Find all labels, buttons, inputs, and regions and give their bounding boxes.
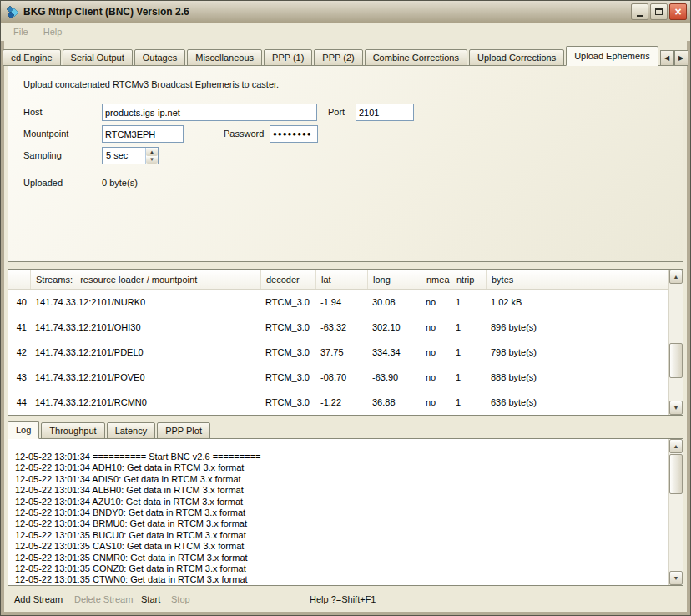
cell-bytes: 888 byte(s) [486, 365, 683, 390]
cell-decoder: RTCM_3.0 [260, 290, 315, 315]
tab-miscellaneous[interactable]: Miscellaneous [187, 49, 262, 66]
row-number: 44 [8, 390, 30, 415]
stream-row[interactable]: 41 141.74.33.12:2101/OHI30 RTCM_3.0 -63.… [8, 315, 683, 340]
tab-latency[interactable]: Latency [107, 422, 156, 439]
header-nmea: nmea [421, 270, 451, 289]
minimize-icon [637, 15, 643, 17]
header-decoder: decoder [260, 270, 315, 289]
tab-scroll-left-button[interactable]: ◀ [660, 50, 674, 66]
tab-scroll-right-icon: ▶ [678, 54, 683, 62]
cell-source: 141.74.33.12:2101/POVE0 [30, 365, 260, 390]
tab-upload-corrections[interactable]: Upload Corrections [469, 49, 564, 66]
tab-serial-output[interactable]: Serial Output [63, 49, 133, 66]
port-input[interactable] [356, 104, 414, 121]
header-lat: lat [315, 270, 367, 289]
cell-bytes: 798 byte(s) [486, 340, 683, 365]
cell-source: 141.74.33.12:2101/NURK0 [30, 290, 260, 315]
log-line: 12-05-22 13:01:34 BRMU0: Get data in RTC… [15, 518, 666, 529]
maximize-button[interactable] [650, 3, 668, 20]
cell-source: 141.74.33.12:2101/RCMN0 [30, 390, 260, 415]
scroll-down-button[interactable]: ▼ [669, 571, 683, 585]
tab-scroll-left-icon: ◀ [664, 54, 669, 62]
stream-row[interactable]: 42 141.74.33.12:2101/PDEL0 RTCM_3.0 37.7… [8, 340, 683, 365]
host-input[interactable] [102, 104, 317, 121]
output-tabstrip: Log Throughput Latency PPP Plot [8, 421, 683, 439]
log-line: 12-05-22 13:01:34 ADIS0: Get data in RTC… [15, 474, 666, 485]
tab-ppp-2[interactable]: PPP (2) [314, 49, 362, 66]
row-number: 40 [8, 290, 30, 315]
scrollbar-thumb[interactable] [669, 343, 683, 378]
streams-header-row: Streams: resource loader / mountpoint de… [8, 270, 683, 290]
scroll-up-button[interactable]: ▲ [669, 270, 683, 284]
delete-stream-button: Delete Stream [74, 594, 133, 604]
stream-row[interactable]: 44 141.74.33.12:2101/RCMN0 RTCM_3.0 -1.2… [8, 390, 683, 415]
password-input[interactable] [270, 125, 318, 143]
sampling-up-button[interactable]: ▲ [146, 148, 158, 156]
cell-source: 141.74.33.12:2101/OHI30 [30, 315, 260, 340]
header-bytes: bytes [486, 270, 683, 289]
cell-ntrip: 1 [451, 390, 486, 415]
tab-log[interactable]: Log [8, 421, 39, 439]
tab-ppp-plot[interactable]: PPP Plot [157, 422, 210, 439]
scroll-down-button[interactable]: ▼ [669, 401, 683, 415]
app-window: BKG Ntrip Client (BNC) Version 2.6 × Fil… [0, 0, 691, 616]
tab-upload-ephemeris[interactable]: Upload Ephemeris [566, 46, 658, 66]
menu-help[interactable]: Help [36, 25, 70, 38]
cell-source: 141.74.33.12:2101/PDEL0 [30, 340, 260, 365]
stop-button: Stop [171, 594, 190, 604]
stream-row[interactable]: 43 141.74.33.12:2101/POVE0 RTCM_3.0 -08.… [8, 365, 683, 390]
log-line: 12-05-22 13:01:34 ALBH0: Get data in RTC… [15, 485, 666, 496]
add-stream-button[interactable]: Add Stream [14, 594, 63, 604]
row-number: 42 [8, 340, 30, 365]
cell-lat: -08.70 [315, 365, 367, 390]
streams-scrollbar[interactable]: ▲ ▼ [668, 270, 683, 415]
panel-description: Upload concatenated RTCMv3 Broadcast Eph… [23, 79, 279, 89]
password-label: Password [224, 125, 264, 143]
close-button[interactable]: × [669, 3, 687, 20]
log-line: 12-05-22 13:01:34 ADH10: Get data in RTC… [15, 462, 666, 473]
tab-feed-engine[interactable]: ed Engine [3, 49, 61, 66]
tab-combine-corrections[interactable]: Combine Corrections [365, 49, 467, 66]
cell-ntrip: 1 [451, 365, 486, 390]
scroll-up-button[interactable]: ▲ [669, 439, 683, 453]
start-button[interactable]: Start [141, 594, 160, 604]
tab-ppp-1[interactable]: PPP (1) [264, 49, 312, 66]
log-panel: 12-05-22 13:01:34 ========== Start BNC v… [8, 438, 683, 586]
tab-throughput[interactable]: Throughput [41, 422, 104, 439]
log-line: 12-05-22 13:01:34 ========== Start BNC v… [15, 452, 666, 462]
cell-long: 302.10 [367, 315, 421, 340]
stream-row[interactable]: 40 141.74.33.12:2101/NURK0 RTCM_3.0 -1.9… [8, 290, 683, 315]
cell-decoder: RTCM_3.0 [260, 390, 315, 415]
sampling-down-button[interactable]: ▼ [146, 156, 158, 164]
menu-file[interactable]: File [6, 25, 36, 38]
cell-decoder: RTCM_3.0 [260, 340, 315, 365]
scrollbar-thumb[interactable] [669, 454, 683, 494]
cell-nmea: no [421, 390, 451, 415]
mountpoint-input[interactable] [102, 125, 184, 143]
log-scrollbar[interactable]: ▲ ▼ [668, 439, 683, 585]
window-title: BKG Ntrip Client (BNC) Version 2.6 [23, 6, 631, 18]
sampling-value: 5 sec [103, 148, 145, 164]
maximize-icon [655, 8, 663, 15]
header-row-number [8, 270, 30, 289]
cell-lat: -63.32 [315, 315, 367, 340]
sampling-label: Sampling [23, 147, 62, 164]
cell-bytes: 636 byte(s) [486, 390, 683, 415]
cell-nmea: no [421, 340, 451, 365]
header-ntrip: ntrip [451, 270, 486, 289]
scroll-up-icon: ▲ [673, 443, 679, 449]
cell-lat: -1.22 [315, 390, 367, 415]
titlebar[interactable]: BKG Ntrip Client (BNC) Version 2.6 × [1, 1, 690, 23]
tab-outages[interactable]: Outages [134, 49, 186, 66]
cell-ntrip: 1 [451, 290, 486, 315]
cell-nmea: no [421, 365, 451, 390]
cell-nmea: no [421, 315, 451, 340]
cell-bytes: 896 byte(s) [486, 315, 683, 340]
cell-long: -63.90 [367, 365, 421, 390]
sampling-stepper[interactable]: 5 sec ▲ ▼ [102, 147, 159, 164]
tab-scroll-right-button[interactable]: ▶ [674, 50, 688, 66]
log-line: 12-05-22 13:01:35 BUCU0: Get data in RTC… [15, 530, 666, 541]
scroll-down-icon: ▼ [673, 405, 679, 411]
minimize-button[interactable] [631, 3, 648, 20]
port-label: Port [328, 104, 345, 121]
